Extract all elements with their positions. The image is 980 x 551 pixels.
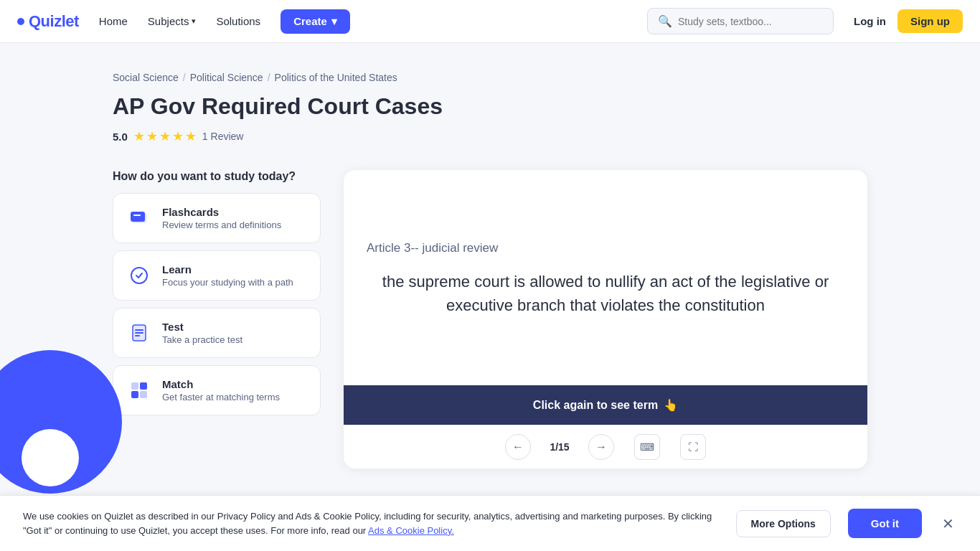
learn-subtitle: Focus your studying with a path xyxy=(162,277,293,288)
study-option-flashcards[interactable]: Flashcards Review terms and definitions xyxy=(113,193,321,243)
test-icon xyxy=(126,320,152,346)
learn-icon xyxy=(126,263,152,288)
test-text: Test Take a practice test xyxy=(162,321,242,345)
fullscreen-button[interactable]: ⛶ xyxy=(680,434,706,460)
click-to-see-text: Click again to see term xyxy=(533,399,658,412)
signup-button[interactable]: Sign up xyxy=(897,9,963,33)
star-4: ★ xyxy=(172,128,184,144)
navbar: Quizlet Home Subjects ▾ Solutions Create… xyxy=(0,0,980,43)
study-option-test[interactable]: Test Take a practice test xyxy=(113,308,321,358)
test-title: Test xyxy=(162,321,242,333)
rating-row: 5.0 ★ ★ ★ ★ ★ 1 Review xyxy=(113,128,867,144)
star-3: ★ xyxy=(159,128,171,144)
next-card-button[interactable]: → xyxy=(588,434,614,460)
breadcrumb-politics-us[interactable]: Politics of the United States xyxy=(275,72,397,83)
svg-rect-1 xyxy=(131,212,145,222)
breadcrumb: Social Science / Political Science / Pol… xyxy=(113,72,867,83)
svg-rect-9 xyxy=(131,382,138,390)
svg-rect-7 xyxy=(135,332,143,334)
chevron-down-icon: ▾ xyxy=(331,15,337,28)
stars: ★ ★ ★ ★ ★ xyxy=(133,128,197,144)
learn-title: Learn xyxy=(162,263,293,276)
match-icon xyxy=(126,377,152,403)
star-5: ★ xyxy=(185,128,197,144)
two-col-layout: How do you want to study today? Flashcar… xyxy=(113,170,867,468)
cookie-banner: We use cookies on Quizlet as described i… xyxy=(0,495,980,551)
more-options-button[interactable]: More Options xyxy=(736,510,831,537)
login-button[interactable]: Log in xyxy=(854,15,886,27)
match-title: Match xyxy=(162,378,280,390)
flashcard-body[interactable]: Article 3-- judicial review the supreme … xyxy=(344,170,867,385)
logo[interactable]: Quizlet xyxy=(17,12,79,31)
svg-point-3 xyxy=(131,268,147,283)
keyboard-button[interactable]: ⌨ xyxy=(634,434,660,460)
flashcards-title: Flashcards xyxy=(162,206,281,218)
chevron-down-icon: ▾ xyxy=(192,17,196,26)
learn-text: Learn Focus your studying with a path xyxy=(162,263,293,288)
nav-solutions[interactable]: Solutions xyxy=(216,15,260,27)
flashcard-definition: the supreme court is allowed to nullify … xyxy=(367,270,844,317)
got-it-button[interactable]: Got it xyxy=(848,509,922,538)
flashcards-subtitle: Review terms and definitions xyxy=(162,220,281,230)
cookie-text: We use cookies on Quizlet as described i… xyxy=(23,509,719,537)
svg-rect-11 xyxy=(131,391,138,398)
study-panel: How do you want to study today? Flashcar… xyxy=(113,170,321,423)
close-cookie-button[interactable]: ✕ xyxy=(939,512,957,535)
study-option-learn[interactable]: Learn Focus your studying with a path xyxy=(113,250,321,301)
breadcrumb-sep-2: / xyxy=(268,72,270,83)
star-1: ★ xyxy=(133,128,145,144)
main-content: Social Science / Political Science / Pol… xyxy=(95,43,885,526)
keyboard-icon: ⌨ xyxy=(640,441,654,453)
svg-rect-8 xyxy=(135,335,140,336)
click-to-see-button[interactable]: Click again to see term 👆 xyxy=(344,385,867,425)
auth-buttons: Log in Sign up xyxy=(854,9,963,33)
rating-score: 5.0 xyxy=(113,131,128,143)
flashcards-icon xyxy=(126,205,152,231)
test-subtitle: Take a practice test xyxy=(162,334,242,345)
flashcard-container: Article 3-- judicial review the supreme … xyxy=(344,170,867,468)
review-count: 1 Review xyxy=(202,131,244,142)
svg-rect-10 xyxy=(140,382,147,390)
nav-subjects[interactable]: Subjects ▾ xyxy=(148,15,197,27)
card-counter: 1/15 xyxy=(545,441,574,453)
page-title: AP Gov Required Court Cases xyxy=(113,93,867,120)
fullscreen-icon: ⛶ xyxy=(688,441,698,453)
star-2: ★ xyxy=(146,128,158,144)
breadcrumb-political-science[interactable]: Political Science xyxy=(190,72,263,83)
svg-rect-6 xyxy=(135,329,143,331)
study-option-match[interactable]: Match Get faster at matching terms xyxy=(113,365,321,415)
flashcard-content: Article 3-- judicial review the supreme … xyxy=(367,241,844,317)
svg-rect-12 xyxy=(140,391,147,398)
study-heading: How do you want to study today? xyxy=(113,170,321,183)
flashcards-text: Flashcards Review terms and definitions xyxy=(162,206,281,230)
click-emoji: 👆 xyxy=(664,398,678,412)
search-input[interactable] xyxy=(678,16,823,27)
match-subtitle: Get faster at matching terms xyxy=(162,392,280,402)
flashcard-term: Article 3-- judicial review xyxy=(367,241,844,255)
flashcard-panel: Article 3-- judicial review the supreme … xyxy=(344,170,867,468)
close-icon: ✕ xyxy=(942,516,954,532)
search-bar[interactable]: 🔍 xyxy=(647,8,834,34)
flashcard-nav: ← 1/15 → ⌨ ⛶ xyxy=(344,425,867,468)
match-text: Match Get faster at matching terms xyxy=(162,378,280,402)
svg-rect-2 xyxy=(133,215,141,216)
breadcrumb-social-science[interactable]: Social Science xyxy=(113,72,179,83)
nav-home[interactable]: Home xyxy=(99,15,128,27)
search-icon: 🔍 xyxy=(658,14,672,28)
create-button[interactable]: Create ▾ xyxy=(281,9,350,34)
prev-card-button[interactable]: ← xyxy=(505,434,531,460)
breadcrumb-sep-1: / xyxy=(183,72,186,83)
cookie-policy-link[interactable]: Ads & Cookie Policy. xyxy=(368,525,454,536)
